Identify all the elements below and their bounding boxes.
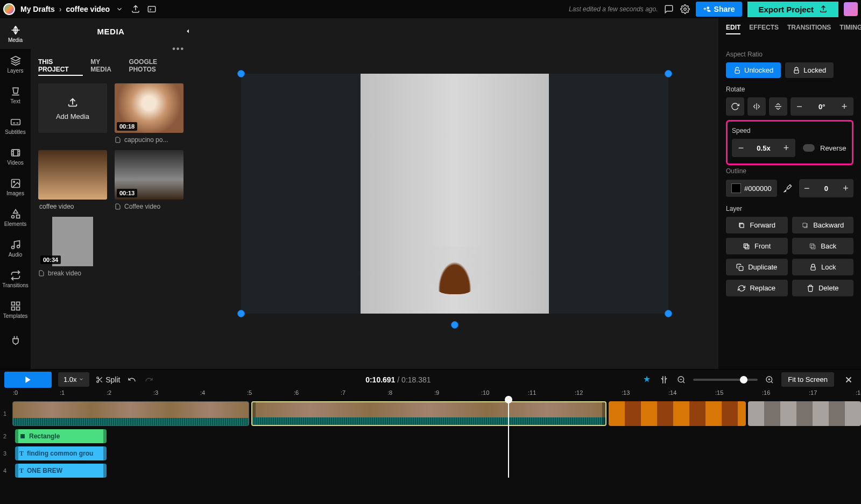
file-icon [38, 270, 45, 276]
rail-elements[interactable]: Elements [0, 202, 31, 233]
resize-handle-tl[interactable] [237, 70, 245, 77]
caption-icon[interactable] [146, 4, 157, 15]
duration-badge: 00:34 [40, 255, 61, 264]
export-project-button[interactable]: Export Project [747, 2, 838, 17]
locked-button[interactable]: Locked [785, 62, 834, 78]
user-avatar[interactable] [844, 2, 858, 16]
lock-icon [809, 264, 817, 271]
undo-icon[interactable] [126, 374, 137, 385]
canvas-selection[interactable] [241, 74, 668, 314]
gear-icon[interactable] [680, 4, 690, 15]
tab-my-media[interactable]: MY MEDIA [90, 58, 121, 76]
media-item[interactable]: 00:18 cappucino po... [115, 83, 184, 144]
reverse-toggle[interactable] [803, 144, 815, 152]
layer-lock-button[interactable]: Lock [792, 259, 854, 275]
share-button[interactable]: Share [696, 2, 743, 17]
add-media-card[interactable]: Add Media [38, 83, 107, 144]
rail-layers[interactable]: Layers [0, 49, 31, 80]
video-clip[interactable] [609, 401, 746, 426]
playhead[interactable] [508, 401, 509, 478]
trim-icon[interactable] [659, 374, 669, 385]
layer-delete-button[interactable]: Delete [792, 280, 854, 296]
timeline-ruler[interactable]: :0:1:2:3:4:5:6:7:8:9:10:11:12:13:14:15:1… [0, 389, 861, 401]
zoom-out-icon[interactable] [676, 374, 687, 385]
rotate-value: 0° [808, 103, 835, 111]
plus-button[interactable]: + [835, 97, 853, 116]
layer-replace-button[interactable]: Replace [726, 280, 788, 296]
minus-button[interactable]: − [799, 179, 815, 197]
snap-icon[interactable] [641, 374, 652, 385]
video-clip[interactable] [748, 401, 861, 426]
more-icon[interactable]: ••• [172, 44, 185, 54]
breadcrumb-root[interactable]: My Drafts [20, 5, 55, 13]
zoom-in-icon[interactable] [764, 374, 775, 385]
resize-handle-br[interactable] [665, 310, 672, 317]
rail-subtitles[interactable]: Subtitles [0, 110, 31, 141]
tab-effects[interactable]: EFFECTS [749, 24, 779, 34]
media-item[interactable]: 00:34 break video [38, 217, 107, 277]
rail-transitions[interactable]: Transitions [0, 264, 31, 294]
media-item[interactable]: 00:13 Coffee video [115, 150, 184, 210]
media-item[interactable]: coffee video [38, 150, 107, 210]
canvas-area[interactable] [191, 18, 718, 369]
zoom-slider[interactable] [693, 379, 758, 381]
resize-handle-bl[interactable] [237, 310, 245, 317]
speed-value: 0.5x [750, 144, 777, 152]
properties-tabs: EDIT EFFECTS TRANSITIONS TIMING [718, 18, 861, 39]
rotate-handle[interactable] [451, 321, 458, 329]
text-clip[interactable]: Tfinding common grou [15, 446, 107, 460]
close-timeline-icon[interactable] [841, 372, 857, 388]
tab-this-project[interactable]: THIS PROJECT [38, 58, 83, 76]
rail-templates[interactable]: Templates [0, 294, 31, 325]
eyedropper-icon[interactable] [780, 179, 796, 197]
minus-button[interactable]: − [791, 97, 809, 116]
unlocked-button[interactable]: Unlocked [726, 62, 781, 78]
fit-to-screen-button[interactable]: Fit to Screen [781, 372, 834, 387]
layer-forward-button[interactable]: Forward [726, 217, 788, 233]
layer-front-button[interactable]: Front [726, 238, 788, 254]
rotate-cw-button[interactable] [726, 97, 744, 116]
left-rail: Media Layers Text Subtitles Videos Image… [0, 18, 31, 369]
plus-button[interactable]: + [777, 139, 795, 157]
speed-stepper[interactable]: − 0.5x + [732, 139, 795, 157]
rail-plugins[interactable] [0, 325, 31, 356]
text-clip[interactable]: TONE BREW [15, 464, 107, 478]
minus-button[interactable]: − [732, 139, 750, 157]
playback-speed-select[interactable]: 1.0x [58, 372, 89, 387]
redo-icon[interactable] [144, 374, 154, 385]
rail-videos[interactable]: Videos [0, 141, 31, 172]
tab-edit[interactable]: EDIT [726, 24, 740, 34]
rail-images[interactable]: Images [0, 172, 31, 202]
resize-handle-tr[interactable] [665, 70, 672, 77]
outline-color-button[interactable]: #000000 [726, 180, 777, 197]
tab-transitions[interactable]: TRANSITIONS [787, 24, 831, 34]
outline-stepper[interactable]: − 0 + [799, 179, 853, 197]
flip-v-button[interactable] [769, 97, 787, 116]
play-button[interactable] [4, 372, 52, 388]
flip-h-button[interactable] [747, 97, 766, 116]
svg-rect-17 [794, 70, 799, 73]
media-panel-title: MEDIA ••• [31, 18, 191, 44]
upload-icon[interactable] [130, 4, 141, 15]
rail-audio[interactable]: Audio [0, 233, 31, 264]
app-logo[interactable] [3, 3, 15, 15]
breadcrumb-current[interactable]: coffee video [66, 5, 110, 13]
rail-media[interactable]: Media [0, 18, 31, 49]
shape-clip[interactable]: Rectangle [15, 429, 107, 443]
video-clip[interactable] [12, 401, 249, 426]
rotate-stepper[interactable]: − 0° + [791, 97, 853, 116]
zoom-slider-thumb[interactable] [740, 376, 747, 384]
layer-back-button[interactable]: Back [792, 238, 854, 254]
layer-duplicate-button[interactable]: Duplicate [726, 259, 788, 275]
tab-google-photos[interactable]: GOOGLE PHOTOS [129, 58, 184, 76]
video-clip-selected[interactable] [251, 401, 606, 426]
aspect-ratio-label: Aspect Ratio [726, 51, 853, 58]
tab-timing[interactable]: TIMING [839, 24, 861, 34]
rail-text[interactable]: Text [0, 80, 31, 110]
layer-backward-button[interactable]: Backward [792, 217, 854, 233]
plus-button[interactable]: + [838, 179, 853, 197]
split-button[interactable]: Split [96, 375, 120, 384]
svg-point-11 [17, 245, 19, 247]
comment-icon[interactable] [664, 4, 674, 15]
chevron-down-icon[interactable] [114, 4, 125, 15]
